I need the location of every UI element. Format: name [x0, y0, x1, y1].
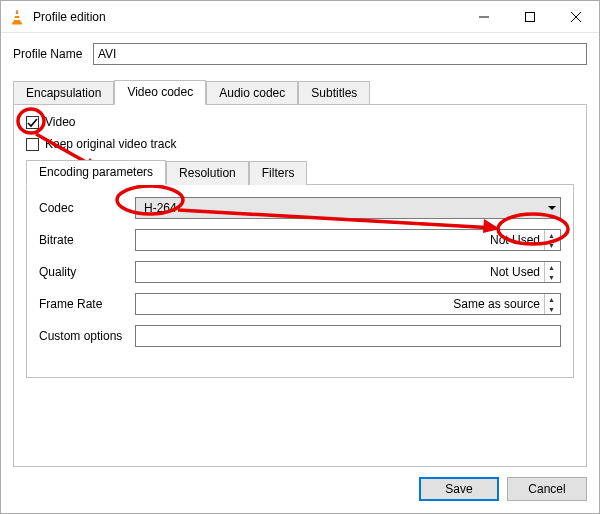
video-enable-checkbox[interactable]: [26, 116, 39, 129]
bitrate-label: Bitrate: [39, 233, 135, 247]
spin-down-icon[interactable]: ▼: [545, 304, 558, 314]
keep-original-checkbox[interactable]: [26, 138, 39, 151]
codec-row: Codec H-264: [39, 197, 561, 219]
video-enable-row: Video: [26, 115, 574, 129]
profile-name-row: Profile Name: [13, 43, 587, 65]
window-title: Profile edition: [33, 10, 461, 24]
svg-marker-0: [14, 10, 21, 23]
svg-rect-3: [12, 22, 22, 24]
spin-up-icon[interactable]: ▲: [545, 294, 558, 304]
video-codec-panel: Video Keep original video track Encoding…: [13, 104, 587, 467]
quality-input[interactable]: Not Used ▲ ▼: [135, 261, 561, 283]
encoding-parameters-panel: Codec H-264 Bitrate Not Used ▲ ▼: [26, 184, 574, 378]
svg-rect-1: [15, 14, 20, 16]
sub-tab-encoding[interactable]: Encoding parameters: [26, 160, 166, 185]
maximize-button[interactable]: [507, 1, 553, 32]
bitrate-value: Not Used: [142, 233, 544, 247]
custom-options-label: Custom options: [39, 329, 135, 343]
profile-edition-dialog: Profile edition Profile Name Encapsulati…: [0, 0, 600, 514]
dialog-footer: Save Cancel: [1, 467, 599, 513]
tab-audio-codec[interactable]: Audio codec: [206, 81, 298, 105]
vlc-cone-icon: [9, 9, 25, 25]
framerate-label: Frame Rate: [39, 297, 135, 311]
codec-label: Codec: [39, 201, 135, 215]
codec-value: H-264: [144, 201, 177, 215]
framerate-value: Same as source: [142, 297, 544, 311]
content-area: Profile Name Encapsulation Video codec A…: [1, 33, 599, 467]
quality-value: Not Used: [142, 265, 544, 279]
sub-tab-filters[interactable]: Filters: [249, 161, 308, 185]
keep-original-row: Keep original video track: [26, 137, 574, 151]
tab-encapsulation[interactable]: Encapsulation: [13, 81, 114, 105]
video-enable-label: Video: [45, 115, 75, 129]
profile-name-input[interactable]: [93, 43, 587, 65]
profile-name-label: Profile Name: [13, 47, 93, 61]
tab-video-codec[interactable]: Video codec: [114, 80, 206, 105]
keep-original-label: Keep original video track: [45, 137, 176, 151]
cancel-button[interactable]: Cancel: [507, 477, 587, 501]
framerate-spinner[interactable]: ▲ ▼: [544, 294, 558, 314]
chevron-down-icon: [548, 201, 556, 215]
spin-down-icon[interactable]: ▼: [545, 240, 558, 250]
quality-label: Quality: [39, 265, 135, 279]
quality-spinner[interactable]: ▲ ▼: [544, 262, 558, 282]
bitrate-input[interactable]: Not Used ▲ ▼: [135, 229, 561, 251]
spin-up-icon[interactable]: ▲: [545, 262, 558, 272]
window-controls: [461, 1, 599, 32]
spin-up-icon[interactable]: ▲: [545, 230, 558, 240]
save-button[interactable]: Save: [419, 477, 499, 501]
svg-rect-5: [526, 12, 535, 21]
sub-tab-resolution[interactable]: Resolution: [166, 161, 249, 185]
custom-options-input[interactable]: [135, 325, 561, 347]
framerate-input[interactable]: Same as source ▲ ▼: [135, 293, 561, 315]
titlebar: Profile edition: [1, 1, 599, 33]
codec-select[interactable]: H-264: [135, 197, 561, 219]
svg-marker-8: [548, 206, 556, 210]
bitrate-spinner[interactable]: ▲ ▼: [544, 230, 558, 250]
bitrate-row: Bitrate Not Used ▲ ▼: [39, 229, 561, 251]
main-tabs: Encapsulation Video codec Audio codec Su…: [13, 79, 587, 104]
minimize-button[interactable]: [461, 1, 507, 32]
custom-options-row: Custom options: [39, 325, 561, 347]
close-button[interactable]: [553, 1, 599, 32]
spin-down-icon[interactable]: ▼: [545, 272, 558, 282]
framerate-row: Frame Rate Same as source ▲ ▼: [39, 293, 561, 315]
quality-row: Quality Not Used ▲ ▼: [39, 261, 561, 283]
tab-subtitles[interactable]: Subtitles: [298, 81, 370, 105]
encoding-sub-tabs: Encoding parameters Resolution Filters: [26, 159, 574, 184]
svg-rect-2: [14, 18, 20, 20]
